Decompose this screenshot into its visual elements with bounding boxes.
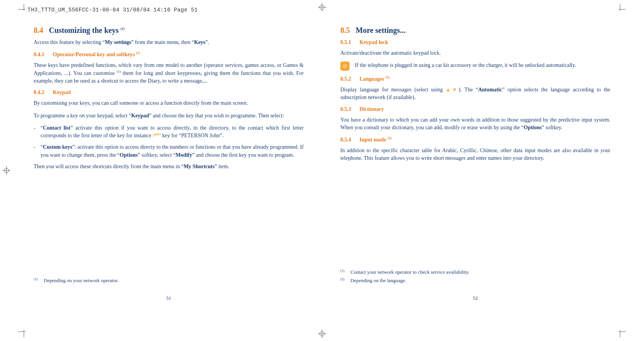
paragraph: By customising your keys, you can call s… [34,99,304,107]
page-number: 51 [23,295,314,301]
footnotes: (1)Contact your network operator to chec… [340,269,610,285]
section-title: More settings... [356,26,406,34]
paragraph: You have a dictionary to which you can a… [340,116,610,132]
footnote-ref: (1) [120,27,125,31]
footnote: (2)Depending on the language. [340,277,610,284]
crop-mark [619,4,626,11]
subsection-heading: 8.5.3Dictionary [340,106,610,112]
paragraph: Display language for messages (select us… [340,86,610,102]
paragraph: These keys have predefined functions, wh… [34,62,304,85]
paragraph: Activate/deactivate the automatic keypad… [340,49,610,57]
footnote: (1)Depending on your network operator. [34,277,304,284]
footnote: (1)Contact your network operator to chec… [340,269,610,275]
page-number: 52 [330,295,621,301]
paragraph: Access this feature by selecting “My set… [34,39,304,45]
registration-mark-icon [2,166,11,175]
section-number: 8.5 [340,26,350,34]
section-heading: 8.4 Customizing the keys (1) [34,26,304,35]
crop-mark [18,4,25,11]
section-title: Customizing the keys [49,26,119,34]
subsection-heading: 8.5.1Keypad lock [340,39,610,45]
imposition-header: TH3_TTTO_UM_556FCC-31-08-04 31/08/04 14:… [28,7,198,13]
paragraph: In addition to the specific character ta… [340,147,610,162]
info-callout: If the telephone is plugged in using a c… [340,62,610,71]
list-item: - “Custom keys”: activate this option to… [34,143,304,159]
registration-mark-icon [318,330,326,338]
paragraph: Then you will access these shortcuts dir… [34,163,304,170]
subsection-heading: 8.4.2Keypad [34,89,304,96]
page-left: 8.4 Customizing the keys (1) Access this… [23,19,314,310]
crop-mark [18,330,25,337]
plug-icon [340,62,350,71]
keypad-key-icon: 7pqrs [153,133,161,138]
crop-mark [619,330,626,337]
section-heading: 8.5 More settings... [340,26,610,35]
registration-mark-icon [318,3,326,11]
nav-updown-icon: ▲▼ [446,87,459,93]
section-number: 8.4 [34,26,43,34]
subsection-heading: 8.4.1Operator/Personal key and softkeys … [34,51,304,58]
list-item: - “Contact list” activate this option if… [34,124,304,140]
subsection-heading: 8.5.2Languages (1) [340,75,610,82]
subsection-heading: 8.5.4Input mode (2) [340,136,610,143]
paragraph: To programme a key on your keypad, selec… [34,112,304,120]
page-right: 8.5 More settings... 8.5.1Keypad lock Ac… [330,19,621,310]
footnotes: (1)Depending on your network operator. [34,277,304,285]
